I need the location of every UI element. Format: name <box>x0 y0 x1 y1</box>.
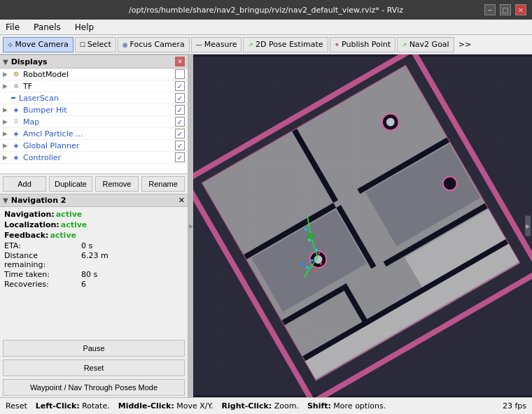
tool-measure[interactable]: — Measure <box>191 37 242 52</box>
left-panel: ▼ Displays ✕ ▶ ⚙ RobotModel ▶ ⊕ TF ✓ ▶ <box>0 55 189 397</box>
svg-point-49 <box>315 249 318 252</box>
display-name-robotmodel: RobotModel <box>23 70 175 79</box>
pause-button[interactable]: Pause <box>3 340 185 357</box>
nav2-distance-value: 6.23 m <box>81 251 108 269</box>
display-item-global-planner[interactable]: ▶ ◈ Global Planner ✓ <box>0 140 188 152</box>
nav2-distance-row: Distance remaining: 6.23 m <box>4 251 183 269</box>
nav2-eta-row: ETA: 0 s <box>4 241 183 250</box>
svg-point-54 <box>318 252 320 255</box>
duplicate-button[interactable]: Duplicate <box>49 176 92 192</box>
display-icon-amcl: ◈ <box>11 129 21 138</box>
display-check-bumperhit[interactable]: ✓ <box>175 105 185 115</box>
display-check-amcl[interactable]: ✓ <box>175 129 185 138</box>
nav2-localization-label: Localization: <box>4 220 59 229</box>
nav2-recoveries-label: Recoveries: <box>4 280 81 289</box>
display-icon-global-planner: ◈ <box>11 141 21 150</box>
svg-text:▶: ▶ <box>526 223 531 229</box>
nav2-navigation-row: Navigation: active <box>4 210 183 219</box>
nav2-arrow[interactable]: ▼ <box>3 197 8 204</box>
display-icon-tf: ⊕ <box>11 81 21 91</box>
display-name-laserscan: LaserScan <box>19 94 175 103</box>
displays-header: ▼ Displays ✕ <box>0 55 188 69</box>
display-check-robotmodel[interactable] <box>175 69 185 79</box>
pause-btn-container: Pause <box>3 340 185 357</box>
display-check-map[interactable]: ✓ <box>175 117 185 127</box>
display-item-bumperhit[interactable]: ▶ ◈ Bumper Hit ✓ <box>0 104 188 116</box>
add-button[interactable]: Add <box>3 176 46 192</box>
nav2-close[interactable]: ✕ <box>178 196 185 205</box>
display-check-laserscan[interactable]: ✓ <box>175 93 185 103</box>
nav2-navigation-value: active <box>56 210 83 219</box>
tool-select[interactable]: ☐ Select <box>75 37 116 52</box>
svg-point-47 <box>311 259 314 262</box>
tool-move-camera[interactable]: ⊹ Move Camera <box>3 37 74 52</box>
menu-panels[interactable]: Panels <box>31 21 64 34</box>
tool-2d-pose[interactable]: ↗ 2D Pose Estimate <box>243 37 328 52</box>
display-icon-map: ⠿ <box>11 117 21 127</box>
display-name-global-planner: Global Planner <box>23 141 175 150</box>
reset-nav-button[interactable]: Reset <box>3 359 185 376</box>
displays-title: Displays <box>11 57 48 66</box>
nav2-recoveries-value: 6 <box>81 280 86 289</box>
status-shift-label: Shift: More options. <box>307 401 386 411</box>
viewport[interactable]: ▶ <box>193 55 532 397</box>
display-item-controller[interactable]: ▶ ◈ Controller ✓ <box>0 152 188 164</box>
display-item-robotmodel[interactable]: ▶ ⚙ RobotModel <box>0 69 188 80</box>
menu-bar: File Panels Help <box>0 20 532 35</box>
display-icon-laserscan <box>11 97 15 99</box>
mode-btn-container: Waypoint / Nav Through Poses Mode <box>3 379 185 396</box>
svg-point-51 <box>304 228 307 231</box>
tool-nav2-goal[interactable]: ↗ Nav2 Goal <box>397 37 454 52</box>
nav2-feedback-label: Feedback: <box>4 231 48 240</box>
toolbar-overflow[interactable]: >> <box>456 40 474 49</box>
nav2-content: Navigation: active Localization: active … <box>0 207 188 338</box>
nav2-feedback-value: active <box>50 231 76 240</box>
displays-arrow[interactable]: ▼ <box>3 58 8 66</box>
display-check-global-planner[interactable]: ✓ <box>175 141 185 150</box>
main-area: ▼ Displays ✕ ▶ ⚙ RobotModel ▶ ⊕ TF ✓ ▶ <box>0 55 532 397</box>
menu-file[interactable]: File <box>3 21 22 34</box>
display-item-amcl[interactable]: ▶ ◈ Amcl Particle ... ✓ <box>0 128 188 140</box>
mode-button[interactable]: Waypoint / Nav Through Poses Mode <box>3 379 185 396</box>
minimize-button[interactable]: − <box>484 4 496 15</box>
window-title: /opt/ros/humble/share/nav2_bringup/rviz/… <box>48 6 484 15</box>
status-bar: Reset Left-Click: Rotate. Middle-Click: … <box>0 397 532 414</box>
rename-button[interactable]: Rename <box>141 176 185 192</box>
menu-help[interactable]: Help <box>72 21 97 34</box>
nav2-timetaken-value: 80 s <box>81 270 97 279</box>
remove-button[interactable]: Remove <box>95 176 139 192</box>
display-item-map[interactable]: ▶ ⠿ Map ✓ <box>0 116 188 128</box>
nav2-localization-value: active <box>61 220 88 229</box>
display-name-bumperhit: Bumper Hit <box>23 106 175 115</box>
nav2-title: Navigation 2 <box>11 196 66 205</box>
display-name-tf: TF <box>23 82 175 91</box>
display-item-tf[interactable]: ▶ ⊕ TF ✓ <box>0 80 188 92</box>
nav2-timetaken-label: Time taken: <box>4 270 81 279</box>
nav2-header: ▼ Navigation 2 ✕ <box>0 194 188 207</box>
nav2-navigation-label: Navigation: <box>4 210 55 219</box>
nav2-localization-row: Localization: active <box>4 220 183 229</box>
displays-close[interactable]: ✕ <box>175 57 185 66</box>
reset-btn-container: Reset <box>3 359 185 376</box>
display-check-controller[interactable]: ✓ <box>175 152 185 162</box>
status-right-click-label: Right-Click: Zoom. <box>222 401 299 411</box>
title-bar: /opt/ros/humble/share/nav2_bringup/rviz/… <box>0 0 532 20</box>
display-item-laserscan[interactable]: ▶ LaserScan ✓ <box>0 92 188 104</box>
display-name-map: Map <box>23 117 175 127</box>
map-viewport-svg: ▶ <box>193 55 532 397</box>
svg-point-48 <box>300 262 303 265</box>
maximize-button[interactable]: □ <box>500 4 511 15</box>
svg-point-53 <box>320 263 322 265</box>
nav2-section: ▼ Navigation 2 ✕ Navigation: active Loca… <box>0 194 188 397</box>
fps-counter: 23 fps <box>503 401 526 411</box>
display-name-amcl: Amcl Particle ... <box>23 129 175 138</box>
nav2-distance-label: Distance remaining: <box>4 251 81 269</box>
tool-publish-point[interactable]: ✦ Publish Point <box>330 37 396 52</box>
status-left-click-label: Left-Click: Rotate. <box>36 401 110 411</box>
display-icon-robotmodel: ⚙ <box>11 69 21 79</box>
display-check-tf[interactable]: ✓ <box>175 81 185 91</box>
svg-point-55 <box>307 233 314 240</box>
nav2-eta-label: ETA: <box>4 241 81 250</box>
close-button[interactable]: ✕ <box>515 4 526 15</box>
tool-focus-camera[interactable]: ● Focus Camera <box>118 37 190 52</box>
